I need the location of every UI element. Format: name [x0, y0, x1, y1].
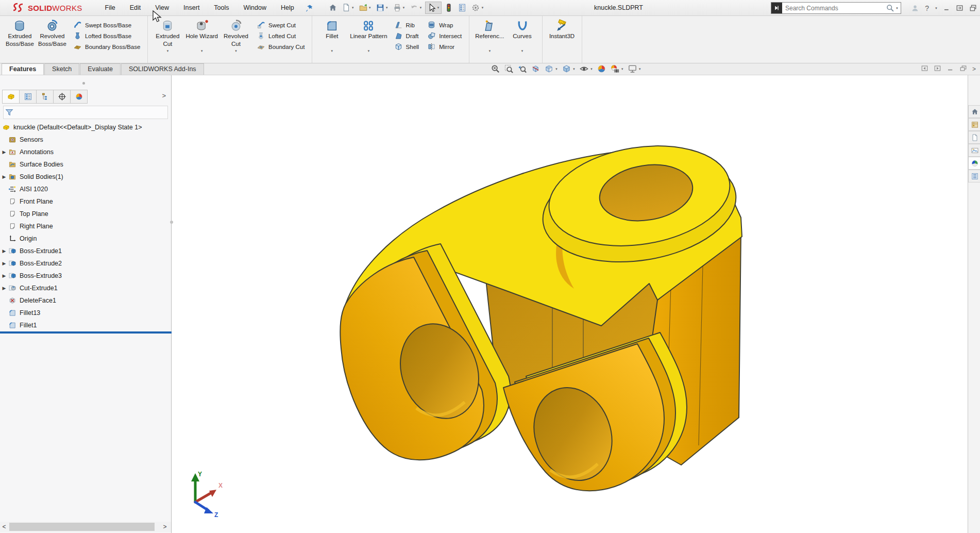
- help-button[interactable]: ?: [925, 4, 929, 12]
- options-gear-dropdown-icon[interactable]: ▼: [481, 6, 484, 9]
- help-dropdown-icon[interactable]: ▼: [935, 7, 938, 10]
- save-dropdown-icon[interactable]: ▼: [385, 6, 388, 9]
- search-dropdown-icon[interactable]: ▼: [895, 7, 899, 10]
- menu-tools[interactable]: Tools: [207, 0, 236, 16]
- search-flyout-icon[interactable]: [771, 3, 782, 13]
- tree-item-sensors[interactable]: Sensors: [0, 134, 171, 146]
- search-commands-input[interactable]: [782, 5, 886, 12]
- fm-tab-dimxpert-manager[interactable]: [53, 90, 71, 104]
- new-document-button[interactable]: ▼: [340, 2, 356, 13]
- tree-item-boss-extrude1[interactable]: ▶Boss-Extrude1: [0, 245, 171, 257]
- restore-doc-button[interactable]: [959, 64, 967, 74]
- ribbon-swept-boss-base-button[interactable]: Swept Boss/Base: [70, 20, 144, 30]
- open-dropdown-icon[interactable]: ▼: [368, 6, 371, 9]
- task-pane-home-button[interactable]: [968, 105, 980, 118]
- restore-window-icon[interactable]: [956, 4, 964, 12]
- open-button[interactable]: ▼: [357, 2, 373, 13]
- new-document-dropdown-icon[interactable]: ▼: [351, 6, 354, 9]
- ribbon-fillet-button[interactable]: Fillet ▼: [316, 18, 348, 53]
- fm-tab-design-tree[interactable]: [2, 90, 20, 104]
- tree-item-fillet1[interactable]: Fillet1: [0, 319, 171, 331]
- expand-arrow-icon[interactable]: ▶: [0, 174, 8, 179]
- tab-evaluate[interactable]: Evaluate: [80, 63, 121, 75]
- ribbon-shell-button[interactable]: Shell: [391, 41, 423, 52]
- tree-item-front-plane[interactable]: Front Plane: [0, 195, 171, 208]
- rollback-bar[interactable]: [0, 331, 172, 334]
- minimize-doc-button[interactable]: [947, 64, 954, 74]
- tree-filter-row[interactable]: [3, 106, 168, 119]
- panel-border-handle[interactable]: [170, 221, 173, 224]
- ribbon-instant3d-button[interactable]: Instant3D: [546, 18, 578, 48]
- apply-scene-button[interactable]: ▼: [609, 64, 625, 74]
- ribbon-boundary-boss-base-button[interactable]: Boundary Boss/Base: [70, 41, 144, 52]
- expand-arrow-icon[interactable]: ▶: [0, 286, 8, 291]
- fm-tab-display-manager[interactable]: [70, 90, 88, 104]
- filter-funnel-icon[interactable]: [5, 108, 14, 117]
- section-view-button[interactable]: [530, 64, 542, 74]
- knuckle-3d-model[interactable]: [330, 130, 752, 496]
- tab-features[interactable]: Features: [2, 63, 44, 75]
- tree-item-annotations[interactable]: ▶Annotations: [0, 146, 171, 158]
- hide-show-items-button[interactable]: ▼: [578, 64, 594, 74]
- undo-dropdown-icon[interactable]: ▼: [419, 6, 423, 9]
- panel-splitter-handle[interactable]: [82, 82, 85, 85]
- zoom-to-area-button[interactable]: [503, 64, 515, 74]
- ribbon-revolved-boss-base-button[interactable]: RevolvedBoss/Base: [36, 18, 69, 48]
- view-orientation-dropdown-icon[interactable]: ▼: [555, 68, 558, 71]
- ribbon-wrap-button[interactable]: Wrap: [424, 20, 465, 30]
- undo-button[interactable]: ▼: [408, 2, 424, 13]
- next-window-button[interactable]: >: [972, 65, 976, 73]
- user-account-icon[interactable]: [911, 4, 919, 12]
- home-button[interactable]: [327, 2, 339, 13]
- feature-manager-expand-chevron[interactable]: >: [162, 92, 166, 99]
- apply-scene-dropdown-icon[interactable]: ▼: [621, 68, 624, 71]
- tree-item-top-plane[interactable]: Top Plane: [0, 208, 171, 220]
- tree-item-right-plane[interactable]: Right Plane: [0, 220, 171, 232]
- tree-item-surface-bodies[interactable]: Surface Bodies: [0, 158, 171, 171]
- tree-item-cut-extrude1[interactable]: ▶Cut-Extrude1: [0, 282, 171, 294]
- rebuild-button[interactable]: [443, 2, 455, 13]
- task-pane-design-library-button[interactable]: [968, 118, 980, 131]
- dropdown-icon[interactable]: ▼: [166, 49, 169, 53]
- tree-item-aisi-1020[interactable]: AISI 1020: [0, 183, 171, 195]
- task-pane-view-palette-button[interactable]: [968, 144, 980, 157]
- ribbon-mirror-button[interactable]: Mirror: [424, 41, 465, 52]
- minimize-window-icon[interactable]: [943, 5, 950, 11]
- expand-arrow-icon[interactable]: ▶: [0, 273, 8, 278]
- select-arrow-button[interactable]: ▼: [425, 2, 442, 14]
- expand-arrow-icon[interactable]: ▶: [0, 248, 8, 254]
- expand-arrow-icon[interactable]: ▶: [0, 261, 8, 266]
- panel-horizontal-scrollbar[interactable]: < >: [0, 522, 171, 532]
- ribbon-boundary-cut-button[interactable]: Boundary Cut: [253, 41, 308, 52]
- scroll-right-arrow[interactable]: >: [161, 523, 169, 530]
- menu-file[interactable]: File: [98, 0, 123, 16]
- dropdown-icon[interactable]: ▼: [521, 49, 524, 53]
- view-orientation-button[interactable]: ▼: [543, 64, 559, 74]
- task-pane-custom-properties-button[interactable]: [968, 170, 980, 182]
- save-button[interactable]: ▼: [374, 2, 390, 13]
- graphics-viewport[interactable]: Y X Z: [172, 75, 968, 533]
- ribbon-extruded-boss-base-button[interactable]: ExtrudedBoss/Base: [4, 18, 36, 48]
- ribbon-curves-button[interactable]: Curves ▼: [506, 18, 538, 53]
- dropdown-icon[interactable]: ▼: [330, 49, 333, 53]
- menu-window[interactable]: Window: [236, 0, 274, 16]
- ribbon-swept-cut-button[interactable]: Swept Cut: [253, 20, 308, 30]
- ribbon-rib-button[interactable]: Rib: [391, 20, 423, 30]
- dropdown-icon[interactable]: ▼: [488, 49, 491, 53]
- ribbon-lofted-cut-button[interactable]: Lofted Cut: [253, 30, 308, 41]
- ribbon-intersect-button[interactable]: Intersect: [424, 30, 465, 41]
- search-commands-box[interactable]: ▼: [771, 2, 901, 14]
- edit-appearance-button[interactable]: [596, 64, 607, 74]
- ribbon-referenc-button[interactable]: Referenc... ▼: [473, 18, 506, 53]
- view-settings-button[interactable]: ▼: [627, 64, 643, 74]
- print-button[interactable]: ▼: [391, 2, 407, 13]
- tree-item-boss-extrude2[interactable]: ▶Boss-Extrude2: [0, 257, 171, 270]
- expand-arrow-icon[interactable]: ▶: [0, 149, 8, 155]
- hide-show-items-dropdown-icon[interactable]: ▼: [590, 68, 593, 71]
- windows-stack-icon[interactable]: [969, 4, 977, 12]
- tab-solidworks-add-ins[interactable]: SOLIDWORKS Add-Ins: [121, 63, 204, 75]
- zoom-to-fit-button[interactable]: [489, 64, 501, 74]
- previous-view-button[interactable]: [516, 64, 528, 74]
- ribbon-linear-pattern-button[interactable]: Linear Pattern ▼: [348, 18, 389, 53]
- dropdown-icon[interactable]: ▼: [200, 49, 204, 53]
